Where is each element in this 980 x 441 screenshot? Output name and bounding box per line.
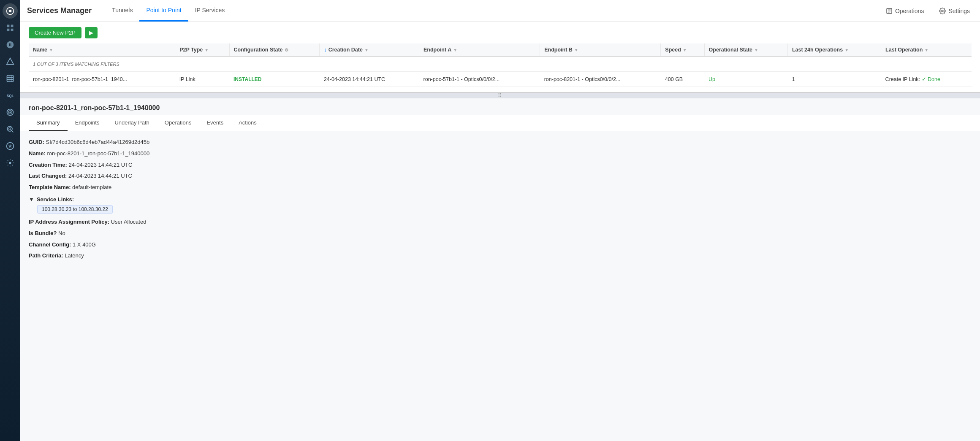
- path-criteria-label: Path Criteria:: [29, 252, 63, 259]
- svg-point-17: [942, 10, 943, 12]
- svg-point-8: [7, 126, 12, 131]
- op-state-up: Up: [709, 76, 715, 82]
- tab-ip-services[interactable]: IP Services: [188, 0, 232, 22]
- sort-icon-speed: ▼: [683, 48, 687, 52]
- toolbar: Create New P2P ▶: [29, 27, 972, 38]
- col-p2p-type[interactable]: P2P Type ▼: [175, 43, 229, 57]
- detail-tab-endpoints[interactable]: Endpoints: [68, 115, 107, 131]
- app-title: Services Manager: [27, 6, 92, 15]
- create-arrow-button[interactable]: ▶: [85, 27, 98, 38]
- cell-name: ron-poc-8201-1_ron-poc-57b1-1_1940...: [29, 72, 175, 87]
- path-criteria-value: Latency: [65, 252, 84, 259]
- tab-tunnels[interactable]: Tunnels: [105, 0, 139, 22]
- col-name[interactable]: Name ▼: [29, 43, 175, 57]
- name-value: ron-poc-8201-1_ron-poc-57b1-1_1940000: [47, 150, 149, 157]
- col-operational-state[interactable]: Operational State ▼: [704, 43, 787, 57]
- ip-policy-value: User Allocated: [111, 219, 147, 225]
- cell-p2p-type: IP Link: [175, 72, 229, 87]
- detail-tab-underlay[interactable]: Underlay Path: [107, 115, 157, 131]
- collapse-icon[interactable]: ▼: [29, 196, 34, 203]
- sort-icon-epa: ▼: [453, 48, 457, 52]
- table-row[interactable]: ron-poc-8201-1_ron-poc-57b1-1_1940... IP…: [29, 72, 972, 87]
- sidebar-sql-icon[interactable]: SQL: [3, 88, 18, 103]
- sidebar-dashboard-icon[interactable]: [3, 20, 18, 35]
- cell-speed: 400 GB: [661, 72, 704, 87]
- row-path-criteria: Path Criteria: Latency: [29, 252, 972, 260]
- cell-endpoint-a: ron-poc-57b1-1 - Optics0/0/0/2...: [419, 72, 540, 87]
- filter-badge: 1 OUT OF 3 ITEMS MATCHING FILTERS: [33, 62, 119, 67]
- cell-endpoint-b: ron-poc-8201-1 - Optics0/0/0/2...: [540, 72, 661, 87]
- svg-line-10: [11, 130, 13, 132]
- sidebar-badge-icon[interactable]: [3, 138, 18, 154]
- col-speed[interactable]: Speed ▼: [661, 43, 704, 57]
- col-config-state[interactable]: Configuration State ⚙: [229, 43, 320, 57]
- sidebar-network-icon[interactable]: [3, 37, 18, 52]
- p2p-table: Name ▼ P2P Type ▼: [29, 43, 972, 87]
- table-container: Name ▼ P2P Type ▼: [29, 43, 972, 87]
- sort-icon-24h: ▼: [844, 48, 849, 52]
- cell-config-state: INSTALLED: [229, 72, 320, 87]
- sort-icon-name: ▼: [49, 48, 53, 52]
- col-last-operation[interactable]: Last Operation ▼: [881, 43, 972, 57]
- sort-arrow-date: ↓: [324, 47, 326, 53]
- row-ip-policy: IP Address Assignment Policy: User Alloc…: [29, 218, 972, 227]
- cell-creation-date: 24-04-2023 14:44:21 UTC: [320, 72, 419, 87]
- main-area: Services Manager Tunnels Point to Point …: [20, 0, 980, 441]
- settings-icon: [939, 8, 946, 14]
- list-icon: [886, 8, 893, 14]
- header-right: Operations Settings: [882, 6, 973, 16]
- row-is-bundle: Is Bundle? No: [29, 229, 972, 238]
- sidebar-analytics-icon[interactable]: [3, 105, 18, 120]
- sidebar-topology-icon[interactable]: [3, 54, 18, 69]
- cell-last-24h: 1: [787, 72, 881, 87]
- status-installed: INSTALLED: [233, 76, 261, 82]
- sidebar-search-icon[interactable]: [3, 122, 18, 137]
- col-creation-date[interactable]: ↓ Creation Date ▼: [320, 43, 419, 57]
- cell-last-operation: Create IP Link: ✓ Done: [881, 72, 972, 87]
- settings-button[interactable]: Settings: [936, 6, 973, 16]
- creation-time-value: 24-04-2023 14:44:21 UTC: [68, 162, 132, 168]
- col-endpoint-b[interactable]: Endpoint B ▼: [540, 43, 661, 57]
- svg-point-7: [9, 111, 11, 113]
- svg-point-12: [9, 162, 11, 164]
- detail-tab-events[interactable]: Events: [199, 115, 231, 131]
- table-header-row: Name ▼ P2P Type ▼: [29, 43, 972, 57]
- tab-point-to-point[interactable]: Point to Point: [139, 0, 188, 22]
- detail-tab-actions[interactable]: Actions: [231, 115, 264, 131]
- service-link-value[interactable]: 100.28.30.23 to 100.28.30.22: [37, 205, 113, 214]
- channel-config-value: 1 X 400G: [73, 241, 96, 248]
- cell-operational-state: Up: [704, 72, 787, 87]
- row-last-changed: Last Changed: 24-04-2023 14:44:21 UTC: [29, 172, 972, 181]
- create-new-p2p-button[interactable]: Create New P2P: [29, 27, 81, 38]
- sort-icon-epb: ▼: [574, 48, 578, 52]
- detail-tab-summary[interactable]: Summary: [29, 115, 68, 131]
- resizer-handle: ⠿: [498, 92, 502, 98]
- svg-point-9: [9, 128, 11, 130]
- col-last-24h[interactable]: Last 24h Operations ▼: [787, 43, 881, 57]
- service-links-section: ▼ Service Links: 100.28.30.23 to 100.28.…: [29, 196, 972, 214]
- content-area: Create New P2P ▶ Name ▼: [20, 22, 980, 441]
- svg-marker-2: [7, 58, 14, 65]
- last-op-label: Create IP Link:: [885, 76, 920, 82]
- row-creation-time: Creation Time: 24-04-2023 14:44:21 UTC: [29, 161, 972, 170]
- service-links-header: ▼ Service Links:: [29, 196, 972, 203]
- detail-tab-operations[interactable]: Operations: [157, 115, 199, 131]
- template-name-label: Template Name:: [29, 184, 71, 190]
- sidebar-services-icon[interactable]: [3, 71, 18, 86]
- svg-text:SQL: SQL: [7, 94, 14, 98]
- sidebar-home-icon[interactable]: [3, 3, 18, 19]
- channel-config-label: Channel Config:: [29, 241, 71, 248]
- svg-point-1: [9, 10, 12, 13]
- col-endpoint-a[interactable]: Endpoint A ▼: [419, 43, 540, 57]
- service-links-label: Service Links:: [37, 196, 74, 203]
- row-channel-config: Channel Config: 1 X 400G: [29, 241, 972, 249]
- last-op-status: ✓ Done: [922, 76, 940, 82]
- guid-value: SI/7d4cd30b6c6d4eb7ad44a41269d2d45b: [46, 139, 149, 145]
- operations-button[interactable]: Operations: [882, 6, 927, 16]
- guid-label: GUID:: [29, 139, 44, 145]
- panel-resizer[interactable]: ⠿: [20, 92, 980, 98]
- row-template-name: Template Name: default-template: [29, 183, 972, 192]
- row-name: Name: ron-poc-8201-1_ron-poc-57b1-1_1940…: [29, 149, 972, 158]
- header: Services Manager Tunnels Point to Point …: [20, 0, 980, 22]
- sidebar-gear-icon[interactable]: [3, 155, 18, 170]
